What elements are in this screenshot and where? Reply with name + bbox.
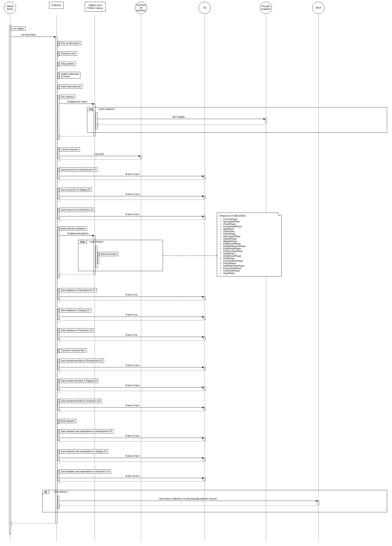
participant-s3: S3 [199, 2, 211, 14]
phase-item: MapPhase [223, 228, 279, 230]
act-s3-cp3 [204, 336, 205, 340]
loop-tag-phase: loop [78, 240, 87, 244]
activation-collector [56, 37, 57, 523]
arrow-sync-1 [59, 176, 204, 176]
arrow-dlcollect [59, 104, 94, 104]
msg-savedbprod: Save database to Production S3 [59, 328, 94, 332]
fragment-loop-endpoints: loop [ each endpoint ] [87, 107, 387, 133]
phase-item: EntityReferencePhase [223, 245, 279, 247]
phase-item: SavePhase [223, 272, 279, 274]
participant-github: GitHubAction [4, 2, 16, 14]
msg-savedsstg: Save datasets and expectations to Stagin… [59, 449, 108, 454]
msg-setuppy: Setup python [59, 62, 76, 66]
ret-sync-5 [59, 391, 204, 391]
act-savetfdev [57, 359, 59, 370]
label-cp-2: $ aws s3 cp [125, 313, 138, 316]
msg-saveresstg: Save resources to Staging S3 [59, 188, 92, 192]
lifeline-s3 [205, 15, 205, 541]
lifeline-slack [318, 15, 319, 541]
act-s3-cp1 [204, 296, 205, 300]
phase-item: ParsePhase [223, 223, 279, 225]
label-sync-3: $ aws s3 sync [125, 213, 140, 215]
loop-guard-phase: [ each phase ] [89, 240, 103, 243]
act-savedbdev [57, 288, 59, 300]
phase-item: EntityPrunePhase [223, 255, 279, 257]
act-savedbstg [57, 309, 59, 320]
msg-savedsprod: Save datasets and expectations to Produc… [59, 469, 111, 474]
arrow-getdatafile [97, 119, 265, 119]
act-s3-7 [204, 437, 205, 441]
ret-final-github [9, 534, 11, 534]
label-cp-3: $ aws s3 cp [125, 334, 138, 336]
act-freespace [57, 42, 59, 46]
arrow-sync-6 [59, 407, 204, 408]
msg-installdeps: Install dependencies [59, 84, 82, 89]
msg-cron: cron trigger [11, 26, 25, 31]
ret-sync-7 [59, 441, 204, 442]
loop-guard-endpoint: [ each endpoint ] [98, 108, 115, 110]
alt-tag: alt [43, 490, 49, 494]
ret-getdatafile [97, 125, 265, 125]
act-s3-9 [204, 477, 205, 481]
msg-buildcolldb: Build collection database [59, 227, 87, 231]
act-buildcolldb [57, 227, 59, 279]
msg-phaseprocess: phase.process() [99, 252, 118, 256]
arrow-sync-7 [59, 438, 204, 438]
note-fold-icon [278, 213, 282, 216]
act-s3-3 [204, 216, 205, 219]
ret-sync-6 [59, 411, 204, 411]
act-installdeps [57, 85, 59, 89]
lifeline-gitrepo [141, 15, 141, 541]
act-runcollector [57, 95, 59, 140]
msg-gitpush: $ git push [94, 153, 105, 155]
msg-dlcollect: $ digital-land collect [67, 100, 88, 103]
phase-item: FactReferencePhase [223, 265, 279, 267]
phase-item: PatchPhase [223, 233, 279, 235]
phase-item: FactLookupPhase [223, 267, 279, 270]
arrow-dlpipeline [59, 235, 94, 236]
ret-final-collector [11, 523, 56, 524]
note-connector [163, 255, 217, 256]
msg-commitcoll: Commit collection [59, 147, 80, 152]
act-s3-1 [204, 176, 205, 179]
arrow-sync-5 [59, 387, 204, 387]
msg-savedbdev: Save database to Development S3 [59, 288, 97, 292]
arrow-sync-8 [59, 458, 204, 458]
ret-sync-3 [59, 220, 204, 220]
act-commitcoll [57, 148, 59, 159]
msg-saveresdev: Save resources to Development S3 [59, 168, 97, 172]
act-s3-5 [204, 387, 205, 390]
lifeline-provider [266, 15, 266, 541]
act-saveresstg [57, 188, 59, 199]
msg-runcollector: Run collector [59, 95, 75, 99]
note-phases: Phases (as of 18/01/2024): ConvertPhaseN… [217, 213, 282, 276]
phase-item: ConvertPhase [223, 218, 279, 221]
label-sync-1: $ aws s3 sync [125, 173, 140, 175]
ret-runcollector [57, 139, 59, 140]
participant-dlpl: Digital LandPython Library [85, 2, 106, 12]
lifeline-dlpl [95, 15, 95, 541]
msg-dlpipeline: $ digital-land pipeline [67, 232, 89, 235]
msg-builddatasets: Build datasets [59, 419, 76, 423]
arrow-sync-3 [59, 216, 204, 216]
msg-getdatafile: GET datafile [172, 116, 185, 118]
label-sync-8: $ aws s3 sync [125, 455, 140, 457]
act-saveresdev [57, 168, 59, 179]
act-setuppy [57, 62, 59, 66]
arrow-runbuild [11, 37, 56, 37]
act-checkout [57, 52, 59, 56]
phase-item: FilterPhase [223, 230, 279, 233]
note-title: Phases (as of 18/01/2024): [219, 214, 279, 217]
label-sync-9: $ aws s3 sync [125, 475, 140, 477]
phase-item: NormalisePhase [223, 221, 279, 223]
act-saveresprod [57, 208, 59, 219]
msg-savedbstg: Save database to Staging S3 [59, 308, 91, 312]
arrow-cp-2 [59, 317, 204, 317]
ret-cp-1 [59, 300, 204, 300]
phases-list: ConvertPhaseNormalisePhaseParsePhaseConc… [219, 218, 279, 274]
participant-slack: Slack [312, 2, 324, 14]
fragment-alt: alt [ any failures ] [42, 490, 387, 512]
arrow-cp-1 [59, 297, 204, 297]
participant-gitrepo: Collectiongitrepository [135, 2, 147, 14]
loop-tag: loop [87, 107, 96, 111]
